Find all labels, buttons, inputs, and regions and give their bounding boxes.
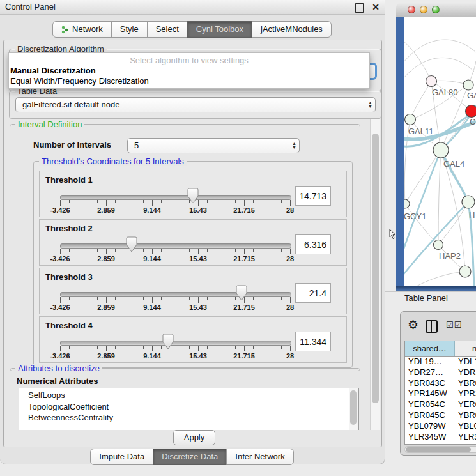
tab-label: Impute Data [99, 449, 144, 464]
column-header-name[interactable]: n [455, 341, 476, 356]
tick-mark [226, 297, 226, 300]
mac-zoom-button[interactable] [432, 6, 440, 13]
tick-mark [79, 346, 79, 349]
table-row[interactable]: YBR043CYBR0 [405, 378, 476, 389]
tick-mark [207, 200, 208, 203]
tick-label: 15.43 [189, 303, 207, 311]
tick-mark [79, 249, 79, 252]
attribute-list-item[interactable]: TopologicalCoefficient [19, 401, 358, 413]
table-row[interactable]: YPR145WYPR1 [405, 388, 476, 399]
tick-mark [235, 200, 236, 203]
tick-mark [207, 249, 208, 252]
threshold-panel: Threshold 3-3.4262.8599.14415.4321.71528… [39, 268, 347, 314]
node-attribute-table[interactable]: shared… n YDL19…YDL1YDR27…YDR2YBR043CYBR… [404, 341, 476, 445]
table-row[interactable]: YBL079WYBL0 [405, 421, 476, 432]
tick-mark [97, 200, 98, 203]
tick-mark [97, 297, 98, 300]
slider-track[interactable] [60, 292, 291, 297]
tab-network[interactable]: Network [52, 21, 112, 38]
number-of-intervals-combobox[interactable]: 5 ▲▼ [127, 138, 300, 153]
table-row[interactable]: YDL19…YDL1 [405, 357, 476, 367]
network-node-red-node[interactable] [466, 105, 476, 118]
column-header-shared-name[interactable]: shared… [405, 341, 455, 356]
tick-mark [290, 297, 291, 303]
threshold-value-field[interactable]: 14.713 [295, 186, 331, 206]
attribute-list-item[interactable]: BetweennessCentrality [19, 412, 358, 424]
gear-icon[interactable]: ⚙ [408, 318, 418, 332]
settings-scrollbar[interactable] [370, 119, 380, 430]
network-edge-highlighted [441, 150, 468, 202]
tick-mark [60, 346, 61, 351]
table-row[interactable]: YDR27…YDR2 [405, 367, 476, 378]
threshold-value-field[interactable]: 6.316 [295, 234, 331, 254]
settings-scrollbar-thumb[interactable] [372, 134, 379, 403]
table-horizontal-scrollbar-thumb[interactable] [406, 447, 471, 452]
table-row[interactable]: YBR045CYBR0 [405, 410, 476, 421]
tab-impute-data[interactable]: Impute Data [90, 449, 153, 465]
tick-mark [272, 297, 272, 300]
network-node-bottom-node[interactable] [459, 266, 471, 277]
tab-jactivemnodules[interactable]: jActiveMNodules [252, 21, 332, 38]
network-graph: GAL80GACGAL11GAL4GCY1HHAP2 [404, 17, 476, 286]
threshold-value-field[interactable]: 21.4 [295, 283, 331, 303]
close-icon[interactable]: ✕ [372, 0, 380, 14]
tick-mark [115, 249, 116, 252]
network-node-GAL4[interactable] [433, 142, 449, 158]
slider-thumb[interactable] [162, 334, 174, 350]
float-window-icon[interactable] [355, 3, 364, 13]
cell-name: YDL1 [455, 357, 476, 367]
mac-close-button[interactable] [408, 6, 415, 13]
network-node-GA-partial[interactable] [463, 80, 473, 90]
tick-label: 21.715 [233, 303, 255, 311]
slider-thumb[interactable] [126, 236, 137, 253]
numerical-attributes-list[interactable]: SelfLoopsTopologicalCoefficientBetweenne… [19, 388, 359, 430]
network-node-GAL80[interactable] [426, 76, 437, 87]
attribute-list-item[interactable]: SelfLoops [19, 390, 358, 401]
apply-button[interactable]: Apply [173, 430, 215, 445]
table-horizontal-scrollbar[interactable] [404, 446, 476, 453]
tick-mark [180, 200, 180, 203]
tab-cyni-toolbox[interactable]: Cyni Toolbox [187, 21, 252, 38]
network-node-HAP2[interactable] [434, 240, 443, 250]
slider-track[interactable] [60, 195, 291, 200]
table-data-combobox[interactable]: galFiltered.sif default node ▲▼ [15, 97, 376, 112]
tick-mark [281, 297, 282, 300]
slider-track[interactable] [60, 243, 291, 249]
slider-ticks [60, 346, 290, 352]
tick-mark [217, 200, 217, 203]
tick-mark [253, 346, 254, 349]
network-canvas[interactable]: GAL80GACGAL11GAL4GCY1HHAP2 [396, 17, 476, 286]
tick-mark [161, 297, 162, 300]
split-columns-icon[interactable] [426, 320, 438, 333]
tab-discretize-data[interactable]: Discretize Data [153, 449, 227, 465]
tick-mark [97, 249, 98, 252]
network-node-H-partial[interactable] [462, 196, 475, 208]
slider-thumb[interactable] [236, 285, 247, 302]
tab-style[interactable]: Style [111, 21, 148, 38]
algorithm-option[interactable]: Equal Width/Frequency Discretization [10, 76, 149, 86]
algorithm-option[interactable]: Manual Discretization [10, 66, 96, 75]
table-row[interactable]: YER054CYER0 [405, 399, 476, 410]
cell-name: YBL0 [455, 421, 476, 432]
tab-select[interactable]: Select [147, 21, 188, 38]
tick-mark [263, 249, 263, 252]
cell-name: YDR2 [455, 367, 476, 378]
slider-thumb[interactable] [187, 188, 199, 204]
checkbox-icons[interactable]: ☑☑ [446, 320, 462, 330]
cell-name: YER0 [455, 399, 476, 410]
table-row[interactable]: YIL052CYIL0 [405, 442, 476, 445]
network-node-GAL11[interactable] [405, 114, 416, 125]
interval-definition-group-label: Interval Definition [15, 119, 84, 129]
tick-mark [97, 346, 98, 349]
tab-infer-network[interactable]: Infer Network [226, 449, 293, 465]
tick-mark [235, 346, 236, 349]
network-node-GCY1[interactable] [404, 199, 410, 208]
slider-track[interactable] [60, 341, 291, 346]
table-toolbar: ⚙ ☑☑ [401, 312, 476, 340]
mac-minimize-button[interactable] [420, 6, 427, 13]
tick-label: 15.43 [189, 352, 207, 360]
attributes-list-scrollbar[interactable] [349, 388, 358, 430]
table-row[interactable]: YLR345WYLR3 [405, 432, 476, 443]
threshold-value-field[interactable]: 11.344 [295, 332, 331, 351]
tick-mark [161, 200, 162, 203]
